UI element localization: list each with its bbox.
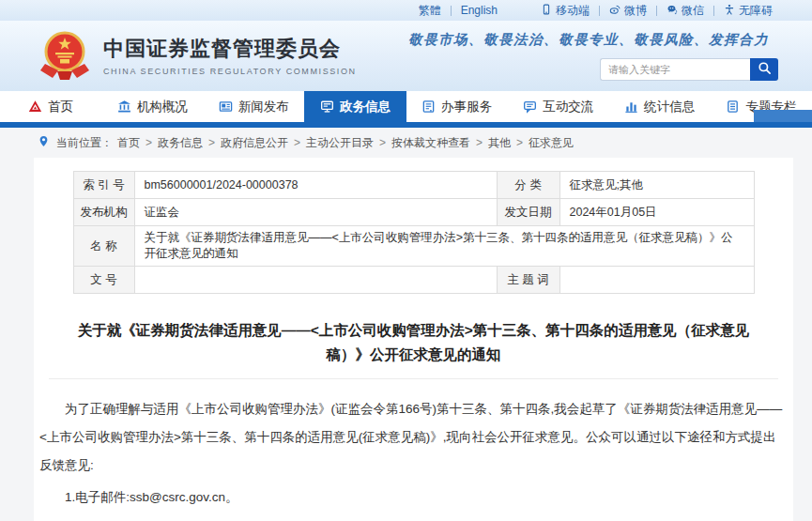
main-area: 当前位置： 首页 > 政务信息 > 政府信息公开 > 主动公开目录 > 按体裁文… (0, 128, 812, 521)
issue-date-value: 2024年01月05日 (559, 199, 754, 226)
table-row: 发布机构 证监会 发文日期 2024年01月05日 (73, 199, 754, 226)
bank-icon (117, 100, 131, 114)
article-paragraph-email: 1.电子邮件:ssb@csrc.gov.cn。 (39, 483, 788, 512)
search-icon (758, 61, 772, 78)
table-row: 文 号 主 题 词 (73, 267, 754, 294)
nav-label: 统计信息 (644, 99, 695, 115)
accessibility-label: 无障碍 (739, 3, 773, 19)
nav-item-services[interactable]: 办事服务 (406, 91, 508, 122)
breadcrumb-item-catalog[interactable]: 主动公开目录 (306, 135, 374, 151)
breadcrumb-item-disclosure[interactable]: 政府信息公开 (221, 135, 288, 151)
weibo-icon (609, 4, 620, 18)
national-emblem-logo (38, 28, 92, 83)
breadcrumb-prefix: 当前位置： (56, 135, 113, 151)
article-title: 关于就《证券期货法律适用意见——<上市公司收购管理办法>第十三条、第十四条的适用… (64, 318, 763, 366)
index-number-label: 索 引 号 (73, 172, 134, 199)
subject-words-label: 主 题 词 (497, 267, 559, 294)
breadcrumb-separator: > (208, 136, 215, 149)
chat-bubble-icon (523, 100, 537, 114)
top-utility-bar: 繁體 English 移动端 微博 微信 无障碍 (0, 0, 812, 21)
content-card: 索 引 号 bm56000001/2024-00000378 分 类 征求意见;… (34, 158, 793, 521)
breadcrumb-item-other[interactable]: 其他 (488, 135, 511, 151)
site-search (600, 58, 778, 81)
doc-name-label: 名 称 (73, 226, 134, 267)
accessibility-icon (724, 4, 735, 18)
mobile-site-label: 移动端 (556, 3, 590, 19)
lang-traditional-label: 繁體 (419, 3, 441, 19)
breadcrumb-separator: > (379, 136, 386, 149)
breadcrumb: 当前位置： 首页 > 政务信息 > 政府信息公开 > 主动公开目录 > 按体裁文… (0, 128, 812, 158)
monitor-icon (320, 100, 334, 114)
nav-label: 首页 (48, 99, 73, 115)
nav-item-home[interactable]: 首页 (0, 91, 101, 122)
clipboard-list-icon (421, 100, 436, 114)
nav-label: 政务信息 (340, 99, 391, 115)
nav-item-news[interactable]: 新闻发布 (203, 91, 304, 122)
breadcrumb-separator: > (146, 136, 152, 149)
document-meta-table: 索 引 号 bm56000001/2024-00000378 分 类 征求意见;… (73, 171, 755, 294)
main-nav: 首页 机构概况 新闻发布 政务信息 办事服务 互动交流 统计信息 专题专栏 (0, 91, 812, 122)
nav-end-accent (754, 110, 812, 122)
category-value: 征求意见;其他 (559, 172, 754, 199)
nav-label: 机构概况 (137, 99, 188, 115)
article-paragraph: 为了正确理解与适用《上市公司收购管理办法》(证监会令第166号)第十三条、第十四… (39, 395, 788, 480)
header-slogan: 敬畏市场、敬畏法治、敬畏专业、敬畏风险、发挥合力 (408, 31, 769, 49)
nav-item-interaction[interactable]: 互动交流 (508, 91, 609, 122)
accessibility-link[interactable]: 无障碍 (724, 3, 773, 19)
lang-english-link[interactable]: English (461, 4, 498, 17)
breadcrumb-item-by-type[interactable]: 按体裁文种查看 (391, 135, 470, 151)
wechat-label: 微信 (682, 3, 704, 19)
nav-item-about[interactable]: 机构概况 (101, 91, 203, 122)
search-input[interactable] (600, 58, 750, 81)
title-divider (49, 378, 778, 379)
bar-chart-icon (624, 100, 638, 114)
csrc-logo-icon (28, 100, 42, 114)
org-name-cn: 中国证券监督管理委员会 (103, 35, 357, 63)
issue-date-label: 发文日期 (497, 199, 559, 226)
document-icon (726, 100, 740, 114)
subject-words-value (559, 267, 754, 294)
breadcrumb-separator: > (294, 136, 300, 149)
newspaper-icon (219, 100, 233, 114)
nav-label: 办事服务 (441, 99, 492, 115)
wechat-link[interactable]: 微信 (666, 3, 704, 19)
divider (599, 6, 600, 16)
lang-traditional-link[interactable]: 繁體 (419, 3, 441, 19)
mobile-phone-icon (541, 4, 552, 18)
article-body: 为了正确理解与适用《上市公司收购管理办法》(证监会令第166号)第十三条、第十四… (39, 395, 788, 521)
location-pin-icon (38, 135, 52, 150)
nav-label: 互动交流 (543, 99, 593, 115)
breadcrumb-item-home[interactable]: 首页 (117, 135, 140, 151)
weibo-link[interactable]: 微博 (609, 3, 647, 19)
site-brand[interactable]: 中国证券监督管理委员会 CHINA SECURITIES REGULATORY … (38, 28, 357, 83)
breadcrumb-separator: > (476, 136, 483, 149)
divider (451, 6, 452, 16)
divider (656, 6, 657, 16)
org-name-en: CHINA SECURITIES REGULATORY COMMISSION (103, 67, 357, 76)
mobile-site-link[interactable]: 移动端 (541, 3, 590, 19)
issuer-label: 发布机构 (73, 199, 134, 226)
breadcrumb-separator: > (516, 136, 523, 149)
issuer-value: 证监会 (134, 199, 497, 226)
doc-number-value (134, 267, 497, 294)
search-button[interactable] (750, 58, 778, 81)
weibo-label: 微博 (624, 3, 647, 19)
category-label: 分 类 (497, 172, 559, 199)
lang-english-label: English (461, 4, 498, 17)
org-names: 中国证券监督管理委员会 CHINA SECURITIES REGULATORY … (103, 35, 357, 76)
index-number-value: bm56000001/2024-00000378 (134, 172, 497, 199)
article-paragraph-address: 2.通信地址:北京市西城区金融大街19号富凯大厦中国证监会上市公司监管司,邮政编… (39, 515, 788, 521)
nav-item-statistics[interactable]: 统计信息 (609, 91, 711, 122)
doc-number-label: 文 号 (73, 267, 134, 294)
breadcrumb-item-solicitation[interactable]: 征求意见 (529, 135, 574, 151)
doc-name-value: 关于就《证券期货法律适用意见——<上市公司收购管理办法>第十三条、第十四条的适用… (134, 226, 754, 267)
site-header: 中国证券监督管理委员会 CHINA SECURITIES REGULATORY … (0, 21, 812, 91)
table-row: 索 引 号 bm56000001/2024-00000378 分 类 征求意见;… (73, 172, 754, 199)
breadcrumb-item-gov-info[interactable]: 政务信息 (158, 135, 203, 151)
wechat-icon (666, 4, 678, 18)
nav-label: 新闻发布 (238, 99, 289, 115)
table-row: 名 称 关于就《证券期货法律适用意见——<上市公司收购管理办法>第十三条、第十四… (73, 226, 754, 267)
divider (713, 6, 714, 16)
nav-item-government-info[interactable]: 政务信息 (304, 91, 406, 122)
